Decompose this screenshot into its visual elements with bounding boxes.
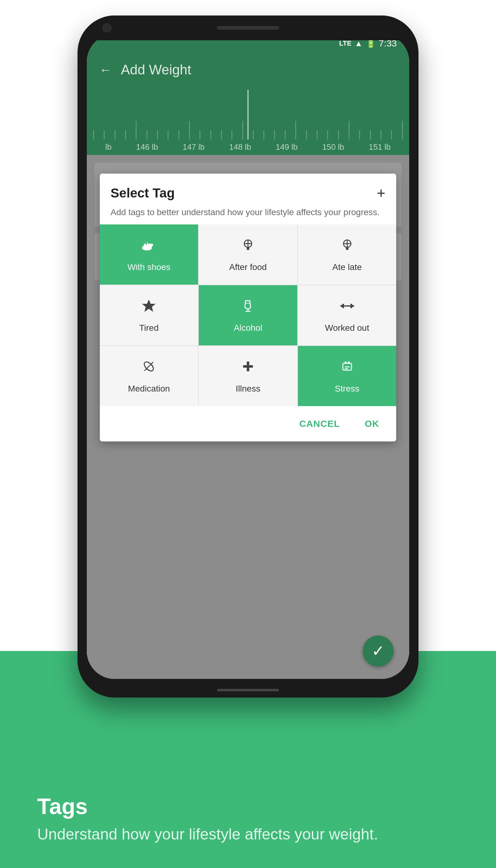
after-food-icon — [240, 237, 256, 257]
app-header: ← Add Weight — [87, 53, 409, 87]
ruler-tick — [243, 121, 243, 140]
tag-tired-label: Tired — [139, 323, 159, 333]
dialog-buttons: CANCEL OK — [100, 406, 397, 441]
ruler-tick — [306, 130, 307, 140]
phone-screen: LTE ▲ 🔋 7:33 ← Add Weight — [87, 34, 409, 679]
ruler-tick — [381, 130, 381, 140]
shoes-icon — [141, 237, 157, 257]
ate-late-icon — [339, 237, 355, 257]
tag-after-food[interactable]: After food — [199, 224, 297, 284]
ok-button[interactable]: OK — [358, 415, 385, 432]
tag-ate-late[interactable]: Ate late — [298, 224, 397, 284]
add-tag-button[interactable]: + — [377, 184, 385, 202]
screen-body: Body fat 2 BMI 2 — [87, 155, 409, 679]
phone-container: LTE ▲ 🔋 7:33 ← Add Weight — [78, 16, 418, 698]
ruler-label-2: 147 lb — [183, 142, 205, 152]
stress-icon — [339, 358, 355, 378]
phone-speaker — [217, 26, 279, 30]
ruler-tick — [221, 130, 222, 140]
tag-alcohol-label: Alcohol — [234, 323, 262, 333]
ruler-labels: lb 146 lb 147 lb 148 lb 149 lb 150 lb 15… — [87, 142, 409, 152]
ruler-label-1: 146 lb — [136, 142, 158, 152]
svg-rect-24 — [243, 365, 253, 368]
alcohol-icon — [240, 298, 256, 317]
tag-alcohol[interactable]: Alcohol — [199, 285, 297, 345]
ruler-tick — [136, 121, 136, 140]
ruler-tick — [93, 130, 94, 140]
tag-worked-out-label: Worked out — [325, 323, 369, 333]
lte-icon: LTE — [339, 40, 352, 47]
svg-point-2 — [148, 242, 150, 244]
ruler-tick — [264, 130, 264, 140]
cancel-button[interactable]: CANCEL — [293, 415, 346, 432]
ruler-tick — [359, 130, 360, 140]
ruler-lines — [87, 90, 409, 140]
home-indicator[interactable] — [217, 689, 279, 691]
tag-illness[interactable]: Illness — [199, 346, 297, 406]
svg-line-21 — [144, 362, 153, 371]
ruler-label-5: 150 lb — [322, 142, 344, 152]
tag-medication-label: Medication — [128, 384, 170, 394]
weight-ruler-area[interactable]: lb 146 lb 147 lb 148 lb 149 lb 150 lb 15… — [87, 87, 409, 155]
fab-check-icon: ✓ — [372, 642, 385, 660]
ruler-tick — [391, 130, 392, 140]
svg-rect-17 — [342, 304, 344, 308]
svg-rect-26 — [345, 361, 346, 364]
fab-button[interactable]: ✓ — [363, 636, 394, 666]
tag-worked-out[interactable]: Worked out — [298, 285, 397, 345]
ruler-tick — [232, 130, 232, 140]
dialog-description: Add tags to better understand how your l… — [111, 206, 386, 218]
ruler-tick — [317, 130, 317, 140]
svg-rect-10 — [346, 247, 348, 250]
tag-with-shoes[interactable]: With shoes — [100, 224, 198, 284]
ruler-tick — [104, 130, 105, 140]
bottom-section-title: Tags — [37, 794, 378, 819]
medication-icon — [141, 358, 157, 378]
tag-with-shoes-label: With shoes — [127, 262, 170, 272]
svg-rect-18 — [350, 304, 352, 308]
phone-camera — [102, 23, 112, 33]
tag-grid: With shoes — [100, 224, 397, 406]
screen-content: LTE ▲ 🔋 7:33 ← Add Weight — [87, 34, 409, 679]
bottom-text-container: Tags Understand how your lifestyle affec… — [37, 794, 378, 843]
tired-icon — [141, 298, 157, 317]
ruler-tick — [295, 121, 296, 140]
phone-top-bar — [78, 16, 418, 40]
tag-tired[interactable]: Tired — [100, 285, 198, 345]
ruler-label-3: 148 lb — [229, 142, 251, 152]
svg-rect-19 — [344, 305, 350, 307]
ruler-tick — [125, 130, 126, 140]
ruler-tick — [349, 121, 350, 140]
ruler-tick — [146, 130, 147, 140]
tag-medication[interactable]: Medication — [100, 346, 198, 406]
svg-marker-11 — [142, 299, 156, 312]
bottom-section-subtitle: Understand how your lifestyle affects yo… — [37, 825, 378, 843]
page-wrapper: Tags Understand how your lifestyle affec… — [0, 0, 496, 868]
ruler-tick — [179, 130, 179, 140]
ruler-tick — [327, 130, 328, 140]
ruler-tick — [274, 130, 275, 140]
back-button[interactable]: ← — [99, 63, 112, 77]
ruler-label-0: lb — [105, 142, 112, 152]
phone-bottom-bar — [78, 679, 418, 698]
ruler-label-4: 149 lb — [276, 142, 298, 152]
tag-after-food-label: After food — [229, 262, 267, 272]
tag-ate-late-label: Ate late — [332, 262, 362, 272]
ruler-tick — [253, 130, 253, 140]
ruler-tick — [285, 130, 285, 140]
illness-icon — [240, 358, 256, 378]
svg-point-1 — [145, 243, 147, 245]
select-tag-dialog: Select Tag + Add tags to better understa… — [100, 174, 397, 441]
ruler-tick — [157, 130, 158, 140]
svg-rect-28 — [345, 367, 350, 367]
tag-stress[interactable]: Stress — [298, 346, 397, 406]
dialog-overlay: Select Tag + Add tags to better understa… — [87, 155, 409, 679]
ruler-tick — [402, 121, 403, 140]
ruler-tick — [168, 130, 168, 140]
ruler-tick — [115, 130, 115, 140]
ruler-tick — [338, 130, 339, 140]
svg-rect-6 — [247, 247, 249, 250]
ruler-label-6: 151 lb — [369, 142, 391, 152]
ruler-tick — [200, 130, 200, 140]
svg-rect-29 — [345, 368, 348, 369]
